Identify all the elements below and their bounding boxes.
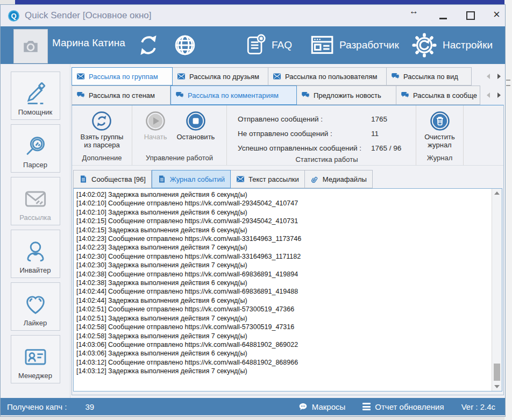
take-groups-from-parser-button[interactable]: Взять группы из парсера — [81, 111, 124, 149]
macros-label: Макросы — [312, 402, 346, 411]
content-tab-media-files[interactable]: Медиафайлы — [305, 170, 373, 188]
globe-icon — [173, 33, 197, 58]
tab-label: Рассылка по вид — [403, 73, 458, 81]
account-avatar-button[interactable] — [13, 29, 48, 63]
id-card-icon — [23, 345, 48, 369]
play-icon — [145, 111, 166, 131]
tab-scroll-right-icon[interactable] — [497, 92, 501, 98]
settings-button[interactable]: Настройки — [410, 31, 493, 59]
group-statistics: Отправлено сообщений : 1765 Не отправлен… — [227, 105, 416, 165]
tab-label: Рассылка по друзьям — [189, 73, 259, 81]
captcha-status: Получено капч : 39 — [7, 402, 94, 411]
tab-label: Текст рассылки — [248, 175, 299, 183]
sidebar-item-liker[interactable]: Лайкер — [11, 282, 60, 331]
tab-label: Медиафайлы — [323, 175, 367, 183]
log-line: [14:02:44] Сообщение отправлено https://… — [76, 287, 492, 296]
sidebar-item-parser[interactable]: Парсер — [11, 124, 60, 173]
title-bar: Q Quick Sender [Основное окно] ↔ × — [1, 5, 505, 26]
faq-label: FAQ — [272, 39, 292, 51]
magnifier-icon — [23, 134, 48, 159]
macros-button[interactable]: Макросы — [298, 402, 346, 411]
log-scrollbar[interactable] — [492, 189, 502, 391]
background-mark — [506, 85, 510, 86]
content-tab-mailing-text[interactable]: Текст рассылки — [231, 170, 305, 188]
window-body: Помощник Парсер Рассылка Инвайтер Лайкер — [1, 64, 505, 398]
tab-mailing-walls[interactable]: Рассылка по стенам — [72, 86, 170, 105]
scroll-up-button[interactable] — [492, 189, 502, 197]
content-tab-event-log[interactable]: Журнал событий — [152, 170, 231, 188]
maximize-button[interactable] — [466, 11, 475, 20]
ribbon-toolbar: Взять группы из парсера Дополнение Начат — [72, 105, 503, 166]
stat-row-sent: Отправлено сообщений : 1765 — [238, 112, 416, 126]
tab-scroll-left-icon[interactable] — [487, 74, 490, 79]
group-caption: Статистика работы — [295, 155, 358, 163]
sync-accounts-button[interactable] — [136, 33, 161, 58]
window-title: Quick Sender [Основное окно] — [25, 10, 152, 21]
status-bar: Получено капч : 39 Макросы Отчет обновле… — [1, 398, 505, 415]
tab-mailing-friends[interactable]: Рассылка по друзьям — [173, 67, 268, 86]
arrow-up-icon — [494, 191, 500, 195]
tab-mailing-videos[interactable]: Рассылка по вид — [387, 67, 472, 86]
content-tab-communities[interactable]: Сообщества [96] — [73, 170, 152, 188]
mail-icon — [177, 72, 186, 81]
tab-scroll-right-icon[interactable] — [497, 74, 501, 79]
mailing-tab-strip-1: Рассылка по группам Рассылка по друзьям … — [72, 67, 504, 86]
sidebar-item-assistant[interactable]: Помощник — [11, 72, 60, 120]
log-line: [14:02:51] Задержка выполнения действия … — [76, 314, 492, 323]
stat-value: 1765 / 96 — [371, 141, 401, 155]
minimize-button[interactable] — [439, 18, 447, 19]
hamburger-icon — [362, 403, 371, 410]
trash-icon — [430, 111, 450, 131]
faq-button[interactable]: FAQ — [244, 33, 292, 57]
developer-window-icon — [308, 32, 335, 59]
sidebar-item-manager[interactable]: Менеджер — [11, 335, 60, 383]
log-line: [14:03:12] Задержка выполнения действия … — [76, 367, 492, 375]
event-log-lines: [14:02:02] Задержка выполнения действия … — [74, 189, 492, 391]
tab-mailing-messages[interactable]: Рассылка в сообще — [396, 86, 480, 105]
document-icon — [79, 175, 88, 183]
clear-journal-button[interactable]: Очистить журнал — [424, 111, 455, 149]
tab-label: Рассылка по пользователям — [285, 73, 377, 81]
sidebar-item-label: Парсер — [23, 161, 47, 169]
sidebar-item-label: Лайкер — [24, 319, 47, 327]
tab-suggest-news[interactable]: Предложить новость — [297, 86, 396, 105]
account-name: Марина Катина — [52, 37, 125, 49]
start-button[interactable]: Начать — [144, 111, 167, 141]
button-label: Начать — [144, 133, 167, 141]
sidebar-item-label: Менеджер — [18, 372, 52, 380]
tab-scroll-left-icon[interactable] — [487, 92, 490, 98]
log-line: [14:02:10] Сообщение отправлено https://… — [76, 199, 492, 208]
developer-label: Разработчик — [339, 39, 399, 51]
tab-page-panel: Взять группы из парсера Дополнение Начат — [72, 105, 504, 395]
sidebar-item-inviter[interactable]: Инвайтер — [11, 230, 60, 278]
tab-mailing-groups[interactable]: Рассылка по группам — [72, 67, 173, 86]
log-line: [14:02:10] Задержка выполнения действия … — [76, 208, 492, 217]
proxy-globe-button[interactable] — [173, 33, 197, 58]
chat-icon — [175, 91, 184, 99]
developer-button[interactable]: Разработчик — [308, 32, 399, 59]
scrollbar-thumb[interactable] — [494, 364, 500, 381]
paperclip-icon — [310, 175, 319, 183]
mail-icon — [273, 72, 281, 81]
stop-icon — [186, 111, 206, 131]
log-line: [14:03:12] Сообщение отправлено https://… — [76, 358, 492, 367]
tab-mailing-users[interactable]: Рассылка по пользователям — [268, 67, 387, 86]
close-button[interactable]: × — [493, 8, 500, 22]
tab-scroll-arrows — [487, 86, 501, 105]
stat-row-success: Успешно отправленных сообщений : 1765 / … — [238, 141, 416, 155]
ribbon-filler — [464, 105, 503, 165]
stop-button[interactable]: Остановить — [176, 111, 215, 141]
log-line: [14:02:23] Сообщение отправлено https://… — [76, 234, 492, 243]
settings-gear-icon — [410, 31, 438, 59]
tab-mailing-comments[interactable]: Рассылка по комментариям — [170, 86, 297, 105]
button-label: журнал — [424, 141, 455, 149]
scroll-down-button[interactable] — [492, 382, 502, 391]
tab-label: Рассылка по комментариям — [188, 91, 279, 99]
chat-icon — [76, 91, 85, 99]
update-report-button[interactable]: Отчет обновления — [362, 402, 444, 411]
log-line: [14:02:58] Задержка выполнения действия … — [76, 332, 492, 340]
resize-horizontal-icon[interactable]: ↔ — [409, 6, 418, 17]
sidebar-item-mailing[interactable]: Рассылка — [11, 177, 60, 225]
app-window: Q Quick Sender [Основное окно] ↔ × Марин… — [0, 4, 506, 417]
log-line: [14:03:06] Задержка выполнения действия … — [76, 349, 492, 358]
